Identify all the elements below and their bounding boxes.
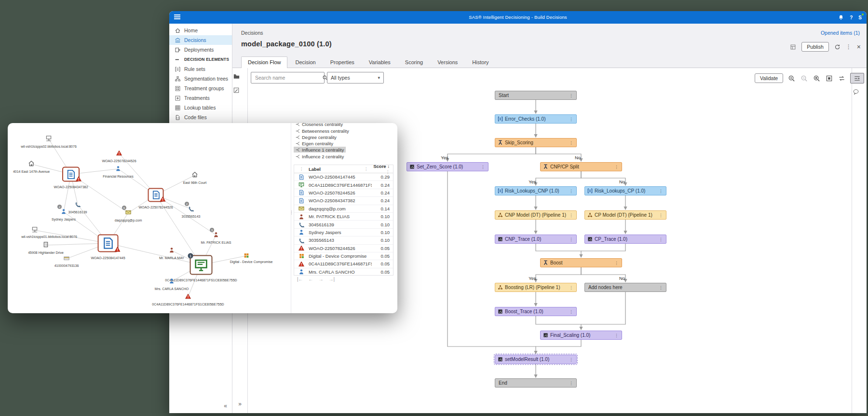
graph-node-digi[interactable] [244,251,249,260]
node-options-icon[interactable]: ⋮ [658,213,664,218]
tab-scoring[interactable]: Scoring [398,56,430,68]
tab-decision[interactable]: Decision [288,56,322,68]
tab-variables[interactable]: Variables [362,56,397,68]
table-row[interactable]: Sydney Jaspers0.10 [294,229,393,236]
flow-node-final-scaling[interactable]: Final_Scaling (1.0)⋮ [540,331,622,340]
graph-node-doc2[interactable] [148,188,164,202]
column-kebab-icon[interactable]: ⋮ [294,167,309,171]
metric-option-degree-centrality[interactable]: Degree centrality [294,134,339,140]
previous-page-icon[interactable]: ← [309,277,313,282]
node-options-icon[interactable]: ⋮ [568,140,574,145]
node-options-icon[interactable]: ⋮ [568,285,574,290]
node-options-icon[interactable]: ⋮ [568,357,574,362]
graph-node-marla[interactable] [169,246,175,255]
table-row[interactable]: Mrs. CARLA SANCHO0.05 [294,268,393,275]
metric-option-betweenness-centrality[interactable]: Betweenness centrality [294,128,351,134]
flow-node-add-nodes-here[interactable]: Add nodes here⋮ [584,283,666,292]
flow-node-start[interactable]: Start⋮ [495,91,577,100]
node-options-icon[interactable]: ⋮ [568,213,574,218]
refresh-icon[interactable] [834,44,841,50]
flow-node-skip-scoring[interactable]: Skip_Scoring⋮ [495,138,577,147]
table-row[interactable]: 0C4A11D89C376FE1446871FS…0.24 [294,181,393,189]
node-options-icon[interactable]: ⋮ [480,165,486,169]
column-kebab-icon[interactable]: ⋮ [364,167,368,171]
flow-node-cnp-model[interactable]: CNP Model (DT) (Pipeline 1)⋮ [495,210,577,220]
graph-node-card[interactable] [64,254,69,263]
tab-decision-flow[interactable]: Decision Flow [241,56,287,68]
sidebar-item-lookup-tables[interactable]: Lookup tables [169,103,232,112]
publish-button[interactable]: Publish [801,42,828,52]
graph-node-pc01[interactable] [32,226,38,235]
flow-node-risk-lookups-cp[interactable]: Risk_Lookups_CP (1.0)⋮ [584,186,666,195]
flow-node-boost-trace[interactable]: Boost_Trace (1.0)⋮ [495,307,577,316]
flow-node-boost[interactable]: Boost⋮ [540,258,622,267]
flow-node-error-checks[interactable]: Error_Checks (1.0)⋮ [495,114,577,124]
help-icon[interactable]: ? [850,15,853,20]
flow-node-set-zero-score[interactable]: Set_Zero_Score (1.0)⋮ [407,162,488,171]
more-options-icon[interactable]: ⋮ [846,44,852,50]
graph-node-doc3[interactable] [98,235,119,252]
node-options-icon[interactable]: ⋮ [568,309,574,314]
flow-node-set-model-result[interactable]: setModelResult (1.0)⋮ [495,355,577,364]
table-row[interactable]: WOAO-2250782445260.24 [294,189,393,197]
table-row[interactable]: WOAO-2250843473820.24 [294,197,393,205]
node-options-icon[interactable]: ⋮ [613,333,620,338]
table-row[interactable]: WOAO-2250841474450.29 [294,173,393,181]
node-options-icon[interactable]: ⋮ [568,237,574,242]
table-row[interactable]: 30355651430.10 [294,236,393,244]
tab-properties[interactable]: Properties [324,56,361,68]
flow-node-end[interactable]: End⋮ [495,378,577,388]
flow-node-risk-lookups-cnp[interactable]: Risk_Lookups_CNP (1.0)⋮ [495,186,577,195]
score-column-header[interactable]: Score ↓ ⋮ [372,164,393,174]
sidebar-item-segmentation-trees[interactable]: Segmentation trees [169,74,232,83]
sidebar-item-decisions[interactable]: Decisions [169,35,232,45]
avatar[interactable]: S [858,15,862,20]
graph-node-fin[interactable] [115,165,121,173]
graph-node-phone2[interactable]: 2 [188,205,194,213]
flow-node-cp-model[interactable]: CP Model (DT) (Pipeline 1)⋮ [584,210,666,220]
sidebar-collapse-button[interactable]: « [224,402,227,409]
label-column-header[interactable]: Label [309,166,364,172]
grid-icon[interactable] [790,44,796,50]
node-options-icon[interactable]: ⋮ [613,165,620,169]
sidebar-item-code-files[interactable]: Code files [169,112,232,122]
graph-node-house2[interactable] [192,171,198,180]
pane-divider-handle[interactable]: ⋮ [289,210,294,215]
bell-icon[interactable] [838,14,844,20]
first-page-icon[interactable]: |← [297,277,303,282]
tab-versions[interactable]: Versions [431,56,464,68]
graph-node-house1[interactable] [28,160,35,168]
table-row[interactable]: Digital - Device Compromise0.05 [294,252,393,260]
flow-node-boosting[interactable]: Boosting (LR) (Pipeline 1)⋮ [495,283,577,292]
node-options-icon[interactable]: ⋮ [658,189,664,194]
graph-node-tri2[interactable] [185,292,191,301]
last-page-icon[interactable]: →| [329,277,335,282]
graph-node-env[interactable]: 6 [125,208,131,217]
table-row[interactable]: Mr. PATRICK ELIAS0.10 [294,213,393,221]
close-icon[interactable]: × [857,43,861,50]
flow-node-cnp-cp-split[interactable]: CNP/CP Split⋮ [540,162,622,171]
metric-option-closeness-centrality[interactable]: Closeness centrality [294,123,345,127]
graph-node-pc02[interactable] [46,135,52,143]
sidebar-item-rule-sets[interactable]: Rule sets [169,64,232,74]
graph-node-mon[interactable]: 1 [190,255,213,275]
table-row[interactable]: 30456161390.10 [294,221,393,228]
graph-node-tri1[interactable] [116,149,122,158]
graph-node-bldg[interactable] [43,241,49,250]
breadcrumb[interactable]: Decisions [241,30,263,36]
node-options-icon[interactable]: ⋮ [658,285,664,290]
node-options-icon[interactable]: ⋮ [568,189,574,194]
metric-option-influence-2-centrality[interactable]: Influence 2 centrality [294,153,346,159]
graph-node-doc1[interactable] [62,167,80,182]
table-row[interactable]: 0C4A11D89C376FE1446871FS…0.05 [294,260,393,268]
node-options-icon[interactable]: ⋮ [568,117,574,122]
graph-node-carla[interactable] [169,277,175,286]
sidebar-item-treatments[interactable]: Treatments [169,93,232,103]
flow-node-cnp-trace[interactable]: CNP_Trace (1.0)⋮ [495,235,577,244]
table-row[interactable]: daqzqqzq@p.com0.14 [294,205,393,213]
node-options-icon[interactable]: ⋮ [658,237,664,242]
opened-items-link[interactable]: Opened items (1) [821,30,860,36]
sidebar-item-home[interactable]: Home [169,26,232,35]
graph-node-phone1[interactable] [75,200,81,209]
node-options-icon[interactable]: ⋮ [613,261,620,265]
